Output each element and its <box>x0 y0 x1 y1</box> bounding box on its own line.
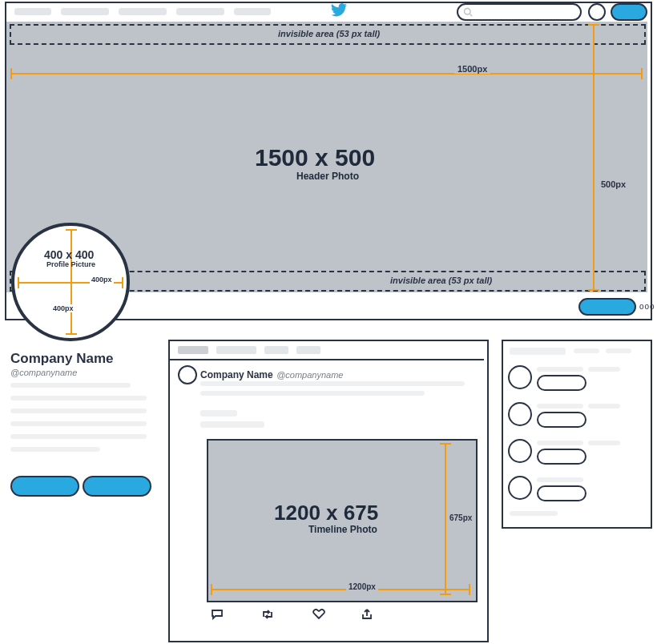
dim-tick <box>10 68 12 79</box>
placeholder-line <box>537 404 583 409</box>
suggestion-avatar[interactable] <box>508 365 532 389</box>
placeholder-line <box>200 391 425 396</box>
dim-tick <box>440 594 451 595</box>
placeholder-line <box>510 511 558 516</box>
dim-tick <box>588 24 599 26</box>
timeline-width-line <box>211 589 470 590</box>
tab[interactable] <box>178 346 208 354</box>
tab[interactable] <box>216 346 256 354</box>
timeline-dim-text: 1200 x 675 <box>274 501 378 525</box>
follow-button[interactable] <box>537 412 586 428</box>
timeline-height-text: 675px <box>449 513 472 522</box>
divider <box>170 359 484 360</box>
company-handle: @companyname <box>10 368 113 377</box>
placeholder-line <box>574 348 599 353</box>
follow-button[interactable] <box>578 298 636 316</box>
dim-tick <box>641 68 643 79</box>
placeholder-line <box>510 348 566 355</box>
user-avatar[interactable] <box>588 3 606 21</box>
twitter-bird-icon <box>331 3 347 20</box>
profile-width-text: 400px <box>90 276 114 284</box>
action-button-1[interactable] <box>10 476 79 497</box>
tweet-author-name: Company Name <box>200 369 273 380</box>
follow-button[interactable] <box>537 485 586 501</box>
placeholder-line <box>200 381 465 386</box>
more-icon[interactable]: ooo <box>639 302 655 311</box>
invisible-area-bottom-label: invisible area (53 px tall) <box>390 276 492 285</box>
nav-item[interactable] <box>119 8 167 15</box>
placeholder-line <box>537 441 583 445</box>
header-dim-text: 1500 x 500 <box>255 144 375 171</box>
placeholder-line <box>606 348 631 353</box>
dim-tick <box>469 584 470 595</box>
placeholder-line <box>537 367 583 372</box>
placeholder-line <box>200 410 237 417</box>
placeholder-line <box>10 383 131 388</box>
company-name: Company Name <box>10 351 113 367</box>
placeholder-line <box>588 367 620 372</box>
reply-icon[interactable] <box>211 609 224 620</box>
placeholder-line <box>10 421 147 426</box>
timeline-dim-label: Timeline Photo <box>308 524 377 535</box>
nav-item[interactable] <box>234 8 271 15</box>
tab[interactable] <box>264 346 288 354</box>
dim-tick <box>588 289 599 291</box>
placeholder-line <box>588 441 620 445</box>
header-height-text: 500px <box>601 179 626 189</box>
share-icon[interactable] <box>361 609 373 620</box>
profile-height-text: 400px <box>51 304 75 312</box>
retweet-icon[interactable] <box>260 609 275 620</box>
profile-height-line <box>71 229 72 335</box>
placeholder-line <box>10 447 100 452</box>
header-height-line <box>593 24 595 291</box>
header-width-line <box>10 73 643 74</box>
dim-tick <box>440 443 451 445</box>
header-dim-label: Header Photo <box>296 171 359 182</box>
tweet-author-handle: @companyname <box>276 370 343 380</box>
nav-item[interactable] <box>14 8 51 15</box>
tweet-avatar[interactable] <box>178 365 197 384</box>
tab[interactable] <box>296 346 320 354</box>
svg-line-1 <box>470 14 472 16</box>
dim-tick <box>122 277 123 288</box>
nav-item[interactable] <box>61 8 109 15</box>
placeholder-line <box>10 434 147 439</box>
profile-dim-label: Profile Picture <box>46 260 95 268</box>
nav-item[interactable] <box>176 8 224 15</box>
profile-dim-text: 400 x 400 <box>44 248 94 261</box>
placeholder-line <box>588 404 620 409</box>
search-input[interactable] <box>457 3 582 21</box>
suggestion-avatar[interactable] <box>508 402 532 426</box>
suggestion-avatar[interactable] <box>508 439 532 463</box>
tweet-author: Company Name @companyname <box>200 367 343 381</box>
placeholder-line <box>537 477 583 482</box>
invisible-area-top-label: invisible area (53 px tall) <box>278 29 380 38</box>
dim-tick <box>211 584 212 595</box>
placeholder-line <box>10 396 147 400</box>
dim-tick <box>66 229 77 231</box>
profile-picture-area: 400 x 400 Profile Picture 400px 400px <box>11 223 130 341</box>
tweet-button[interactable] <box>611 3 647 21</box>
dim-tick <box>18 277 19 288</box>
placeholder-line <box>10 409 147 413</box>
follow-button[interactable] <box>537 449 586 465</box>
timeline-width-text: 1200px <box>346 582 378 591</box>
follow-button[interactable] <box>537 375 586 391</box>
action-button-2[interactable] <box>83 476 151 497</box>
svg-point-0 <box>465 9 471 15</box>
dim-tick <box>66 333 77 335</box>
suggestion-avatar[interactable] <box>508 476 532 500</box>
like-icon[interactable] <box>312 609 325 620</box>
timeline-height-line <box>445 443 446 595</box>
placeholder-line <box>200 421 264 428</box>
header-width-text: 1500px <box>454 64 490 74</box>
